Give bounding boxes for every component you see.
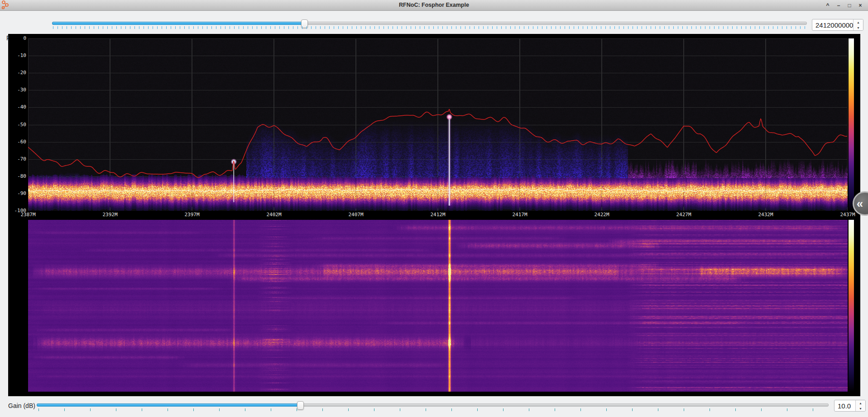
y-axis-tick-label: -10	[8, 52, 26, 58]
y-axis-tick-label: -50	[8, 122, 26, 128]
gain-spin-up-button[interactable]: ▲	[856, 400, 865, 406]
x-axis-tick-label: 2417M	[506, 212, 533, 218]
frequency-slider-ticks	[53, 26, 807, 29]
y-axis-tick-label: -90	[8, 190, 26, 196]
frequency-spin-down-button[interactable]: ▼	[854, 25, 863, 30]
gain-label: Gain (dB)	[8, 402, 35, 409]
gain-spin-buttons: ▲ ▼	[855, 400, 865, 411]
shade-button[interactable]: ^	[824, 1, 832, 9]
frequency-spin-buttons: ▲ ▼	[853, 19, 863, 30]
x-axis-tick-label: 2432M	[752, 212, 779, 218]
fosphor-panel: 0-10-20-30-40-50-60-70-80-90-100 2387M23…	[8, 34, 860, 396]
y-axis-tick-label: 0	[8, 35, 26, 41]
frequency-row: Frequency (Hz) 2412000000 ▲ ▼	[0, 14, 868, 33]
gain-spin-down-button[interactable]: ▼	[856, 406, 865, 411]
frequency-spinbox[interactable]: 2412000000 ▲ ▼	[812, 19, 863, 31]
waterfall-colorbar	[849, 220, 854, 392]
spectrum-colorbar	[849, 38, 854, 211]
frequency-spin-up-button[interactable]: ▲	[854, 19, 863, 25]
x-axis-tick-label: 2387M	[14, 212, 42, 218]
x-axis-tick-label: 2422M	[588, 212, 615, 218]
x-axis-tick-label: 2407M	[342, 212, 369, 218]
frequency-spinbox-value[interactable]: 2412000000	[812, 21, 853, 29]
x-axis-tick-label: 2397M	[178, 212, 206, 218]
window-root: { "window": { "title": "RFNoC: Fosphor E…	[0, 0, 868, 417]
x-axis-tick-label: 2402M	[260, 212, 288, 218]
y-axis-tick-label: -60	[8, 139, 26, 145]
window-controls: ^ – □ ×	[824, 0, 864, 10]
y-axis-tick-label: -40	[8, 104, 26, 110]
window-title: RFNoC: Fosphor Example	[0, 0, 868, 10]
waterfall-display[interactable]	[28, 220, 848, 392]
y-axis-tick-label: -80	[8, 173, 26, 179]
gain-slider-fill	[37, 403, 300, 407]
titlebar[interactable]: RFNoC: Fosphor Example ^ – □ ×	[0, 0, 868, 11]
spectrum-display[interactable]	[28, 38, 848, 211]
y-axis-tick-label: -30	[8, 87, 26, 93]
close-button[interactable]: ×	[856, 1, 864, 9]
gain-slider-ticks	[38, 408, 829, 411]
y-axis-tick-label: -20	[8, 70, 26, 76]
gain-spinbox[interactable]: 10.0 ▲ ▼	[834, 400, 866, 412]
minimize-button[interactable]: –	[834, 1, 843, 9]
gain-row: Gain (dB) 10.0 ▲ ▼	[0, 396, 868, 414]
gain-spinbox-value[interactable]: 10.0	[834, 402, 855, 410]
maximize-button[interactable]: □	[845, 1, 854, 9]
chevron-left-icon: «	[857, 197, 863, 211]
frequency-slider-fill	[52, 22, 304, 25]
x-axis-tick-label: 2427M	[670, 212, 697, 218]
x-axis-tick-label: 2412M	[424, 212, 451, 218]
x-axis-tick-label: 2392M	[96, 212, 124, 218]
y-axis-tick-label: -70	[8, 156, 26, 162]
